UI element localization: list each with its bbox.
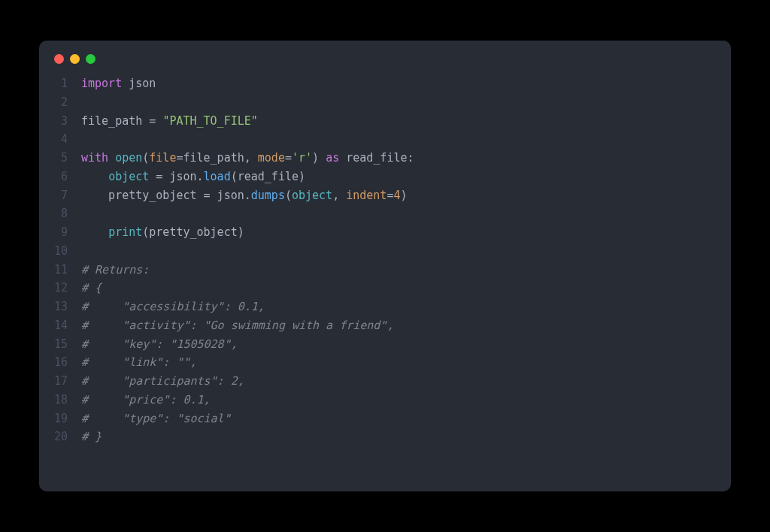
code-line: 18# "price": 0.1,	[39, 391, 731, 410]
token-comment: # "activity": "Go swimming with a friend…	[81, 319, 393, 332]
line-number: 20	[39, 428, 81, 446]
token-default: )	[312, 151, 326, 165]
code-line: 1import json	[39, 74, 731, 93]
code-line: 13# "accessibility": 0.1,	[39, 298, 731, 316]
titlebar	[39, 41, 731, 71]
token-default: read_file:	[339, 151, 414, 165]
code-content	[81, 204, 88, 223]
code-line: 15# "key": "1505028",	[39, 335, 731, 354]
token-default: )	[400, 189, 407, 202]
code-line: 4	[39, 130, 731, 149]
token-param: mode	[258, 151, 285, 165]
code-content: import json	[81, 74, 156, 93]
line-number: 11	[39, 261, 81, 280]
code-content	[81, 130, 88, 149]
line-number: 8	[39, 204, 81, 223]
code-area: 1import json2 3file_path = "PATH_TO_FILE…	[39, 71, 731, 461]
token-keyword: import	[81, 77, 122, 90]
code-line: 9 print(pretty_object)	[39, 223, 731, 242]
code-content: # "link": "",	[81, 353, 197, 372]
line-number: 9	[39, 223, 81, 242]
line-number: 13	[39, 298, 81, 316]
line-number: 19	[39, 410, 81, 428]
line-number: 14	[39, 316, 81, 335]
line-number: 15	[39, 335, 81, 354]
code-line: 11# Returns:	[39, 261, 731, 280]
code-line: 5with open(file=file_path, mode='r') as …	[39, 149, 731, 168]
token-comment: # "accessibility": 0.1,	[81, 300, 265, 313]
token-default	[81, 170, 108, 183]
code-line: 12# {	[39, 279, 731, 298]
token-comment: # "link": "",	[81, 355, 197, 369]
code-line: 14# "activity": "Go swimming with a frie…	[39, 316, 731, 335]
token-builtin: object	[292, 189, 332, 202]
token-func: load	[204, 170, 231, 183]
token-default	[122, 77, 129, 90]
code-line: 10	[39, 242, 731, 261]
code-content: # "type": "social"	[81, 410, 231, 428]
line-number: 18	[39, 391, 81, 410]
code-content: # "key": "1505028",	[81, 335, 238, 354]
token-keyword: as	[326, 151, 339, 165]
token-comment: # "price": 0.1,	[81, 393, 211, 407]
code-line: 20# }	[39, 428, 731, 446]
code-line: 7 pretty_object = json.dumps(object, ind…	[39, 186, 731, 205]
code-content: # }	[81, 428, 102, 446]
token-comment: # "participants": 2,	[81, 374, 244, 388]
token-default: ,	[332, 189, 346, 202]
code-line: 3file_path = "PATH_TO_FILE"	[39, 112, 731, 131]
line-number: 12	[39, 279, 81, 298]
minimize-icon[interactable]	[70, 54, 80, 64]
code-line: 17# "participants": 2,	[39, 372, 731, 391]
code-line: 19# "type": "social"	[39, 410, 731, 428]
code-content	[81, 93, 88, 112]
token-default: (	[285, 189, 292, 202]
line-number: 10	[39, 242, 81, 261]
code-line: 8	[39, 204, 731, 223]
token-default: = json.	[149, 170, 203, 183]
token-param: indent	[346, 189, 387, 202]
line-number: 4	[39, 130, 81, 149]
line-number: 6	[39, 168, 81, 186]
line-number: 7	[39, 186, 81, 205]
token-default: (pretty_object)	[142, 225, 244, 239]
token-default	[81, 225, 108, 239]
token-comment: # {	[81, 281, 102, 295]
line-number: 17	[39, 372, 81, 391]
code-content: # {	[81, 279, 102, 298]
line-number: 3	[39, 112, 81, 131]
token-keyword: with	[81, 151, 108, 165]
code-line: 16# "link": "",	[39, 353, 731, 372]
line-number: 5	[39, 149, 81, 168]
code-content: # Returns:	[81, 261, 149, 280]
token-comment: # "type": "social"	[81, 412, 231, 425]
token-default: =file_path,	[176, 151, 257, 165]
token-builtin: open	[115, 151, 142, 165]
maximize-icon[interactable]	[86, 54, 95, 64]
token-comment: # "key": "1505028",	[81, 337, 238, 351]
token-default: pretty_object = json.	[81, 189, 251, 202]
token-builtin: print	[108, 225, 142, 239]
token-default: =	[285, 151, 292, 165]
token-string: "PATH_TO_FILE"	[162, 114, 257, 128]
line-number: 1	[39, 74, 81, 93]
line-number: 2	[39, 93, 81, 112]
token-default: json	[129, 77, 156, 90]
code-content: # "activity": "Go swimming with a friend…	[81, 316, 393, 335]
code-content: # "accessibility": 0.1,	[81, 298, 265, 316]
token-comment: # Returns:	[81, 263, 149, 277]
code-content: with open(file=file_path, mode='r') as r…	[81, 149, 414, 168]
code-content	[81, 242, 88, 261]
token-default: (	[142, 151, 149, 165]
token-string: 'r'	[292, 151, 312, 165]
code-content: print(pretty_object)	[81, 223, 244, 242]
token-default: file_path	[81, 114, 149, 128]
code-window: 1import json2 3file_path = "PATH_TO_FILE…	[39, 41, 731, 491]
token-func: dumps	[251, 189, 285, 202]
code-line: 2	[39, 93, 731, 112]
token-param: file	[149, 151, 176, 165]
token-default	[108, 151, 115, 165]
code-content: file_path = "PATH_TO_FILE"	[81, 112, 258, 131]
close-icon[interactable]	[54, 54, 64, 64]
code-content: # "price": 0.1,	[81, 391, 211, 410]
